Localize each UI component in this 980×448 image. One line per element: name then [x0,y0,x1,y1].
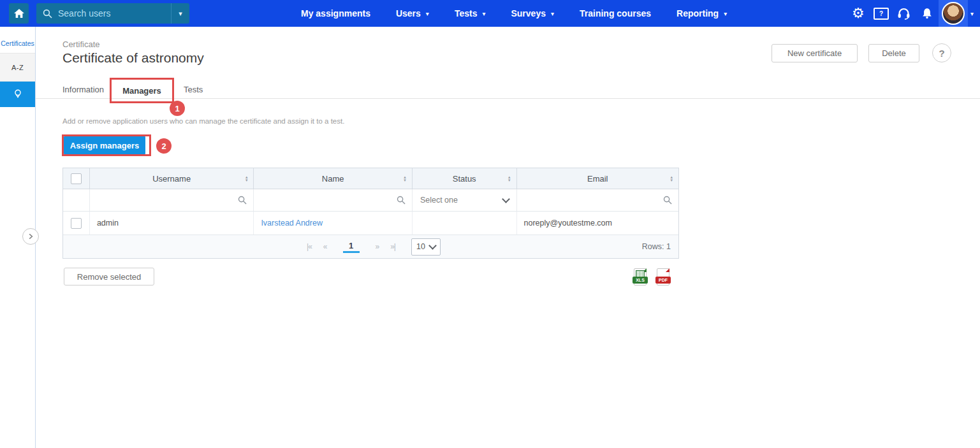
username-filter-input[interactable] [90,189,253,211]
support-button[interactable] [893,8,916,20]
search-icon [663,196,672,205]
pagination-next-button[interactable]: » [376,242,379,251]
export-xls-button[interactable]: XLS [633,268,648,285]
managers-description: Add or remove application users who can … [62,117,344,125]
export-pdf-button[interactable]: PDF [655,268,671,285]
sidebar-expander[interactable] [22,228,39,245]
page-size-select[interactable]: 10 [411,238,441,256]
managers-table: Username ▴▾ Name ▴▾ Status ▴▾ Email ▴▾ [62,168,679,259]
sort-icon[interactable]: ▴▾ [245,175,248,182]
status-filter-dropdown[interactable]: Select one [413,196,516,205]
chevron-down-icon [502,195,510,203]
breadcrumb: Certificate [62,40,100,49]
search-icon [43,9,52,18]
settings-button[interactable]: ⚙ [847,6,870,20]
annotation-box-managers-tab: Managers [110,78,174,103]
navbar-right-icons: ⚙ ? ▾ [847,0,980,27]
gear-icon: ⚙ [852,6,865,20]
help-manual-button[interactable]: ? [870,8,893,20]
annotation-step-2: 2 [156,138,172,154]
annotation-step-1: 1 [170,101,185,116]
nav-tests[interactable]: Tests ▾ [455,8,486,18]
chevron-right-icon [27,233,34,240]
email-filter-cell [517,189,678,211]
status-filter-cell: Select one [413,189,517,211]
annotation-box-assign-button [62,134,151,156]
table-header-row: Username ▴▾ Name ▴▾ Status ▴▾ Email ▴▾ [63,168,678,189]
new-certificate-button[interactable]: New certificate [772,44,858,62]
pdf-label: PDF [655,277,671,284]
filter-empty-cell [63,189,90,211]
main-menu: My assignments Users ▾ Tests ▾ Surveys ▾… [301,0,727,27]
table-row: admin Ivarstead Andrew noreply@youtestme… [63,212,678,235]
row-select-cell [63,212,90,235]
sidebar-item-az[interactable]: A-Z [0,54,35,82]
active-page-underline [343,251,360,253]
pagination-prev-button[interactable]: « [323,242,327,251]
profile-caret-icon[interactable]: ▾ [970,10,974,17]
name-filter-cell [254,189,412,211]
email-filter-input[interactable] [517,189,678,211]
sidebar-item-certificates-active[interactable] [0,82,35,107]
bell-icon [921,8,933,19]
search-icon [397,196,406,205]
user-name-link[interactable]: Ivarstead Andrew [261,219,323,228]
tabs-divider [36,98,980,99]
tab-information[interactable]: Information [62,85,104,94]
nav-training-courses[interactable]: Training courses [580,8,651,18]
username-filter-cell [90,189,254,211]
select-all-checkbox[interactable] [71,173,82,184]
rows-count: Rows: 1 [642,242,671,251]
pagination-first-button[interactable]: |« [307,242,312,251]
pagination-page-1[interactable]: 1 [343,241,360,253]
tab-managers[interactable]: Managers [122,86,161,96]
select-all-cell [63,168,90,189]
tab-tests[interactable]: Tests [184,85,203,94]
table-footer: |« « 1 » »| 10 Rows: 1 [63,235,678,258]
nav-users[interactable]: Users ▾ [396,8,429,18]
top-navbar: Search users ▾ My assignments Users ▾ Te… [0,0,980,27]
chevron-down-icon: ▾ [724,10,727,17]
column-header-username[interactable]: Username ▴▾ [90,168,254,189]
sort-icon[interactable]: ▴▾ [404,175,406,182]
search-placeholder: Search users [58,8,171,18]
home-icon [14,9,24,18]
cell-status [413,212,517,235]
nav-reporting[interactable]: Reporting ▾ [676,8,727,18]
sort-icon[interactable]: ▴▾ [670,175,673,182]
column-header-email[interactable]: Email ▴▾ [517,168,678,189]
xls-label: XLS [633,277,648,284]
home-button[interactable] [9,3,29,24]
search-scope-dropdown[interactable]: ▾ [172,10,189,18]
column-header-status[interactable]: Status ▴▾ [413,168,517,189]
chevron-down-icon [428,242,437,250]
table-filter-row: Select one [63,189,678,212]
row-checkbox[interactable] [71,218,82,229]
cell-name: Ivarstead Andrew [254,212,412,235]
pagination-last-button[interactable]: »| [390,242,395,251]
cell-username: admin [90,212,254,235]
headset-icon [897,8,911,20]
sidebar-section-label: Certificates [0,40,35,54]
sort-icon[interactable]: ▴▾ [508,175,511,182]
column-header-name[interactable]: Name ▴▾ [254,168,412,189]
search-icon [238,196,247,205]
search-input[interactable]: Search users ▾ [36,3,189,24]
chevron-down-icon: ▾ [551,10,554,17]
certificate-ribbon-icon [11,88,24,101]
name-filter-input[interactable] [254,189,411,211]
remove-selected-button[interactable]: Remove selected [64,268,154,285]
page-title: Certificate of astronomy [62,50,204,66]
chevron-down-icon: ▾ [482,10,485,17]
fold-corner [666,268,669,272]
app-window: Search users ▾ My assignments Users ▾ Te… [0,0,980,448]
help-book-icon: ? [874,8,889,20]
profile-menu[interactable] [939,0,968,27]
help-button[interactable]: ? [932,43,951,62]
notifications-button[interactable] [916,8,939,19]
avatar [942,2,965,25]
nav-my-assignments[interactable]: My assignments [301,8,370,18]
nav-surveys[interactable]: Surveys ▾ [511,8,554,18]
delete-button[interactable]: Delete [868,44,919,62]
chevron-down-icon: ▾ [426,10,429,17]
